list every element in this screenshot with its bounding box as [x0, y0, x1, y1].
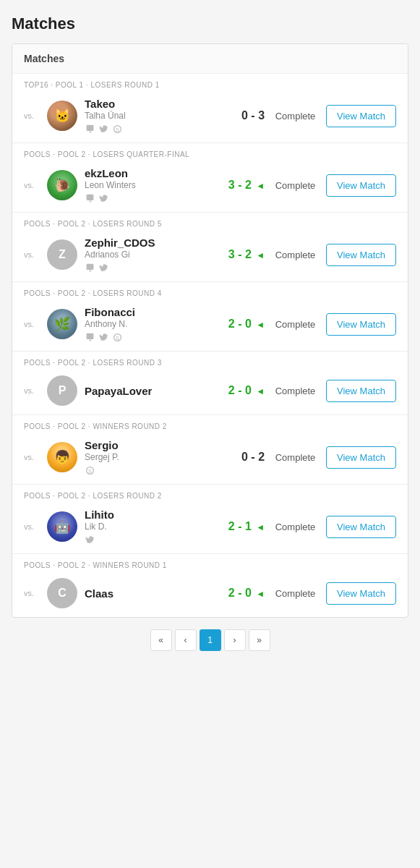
player-name: ekzLeon	[85, 167, 221, 179]
view-match-button[interactable]: View Match	[326, 244, 396, 266]
twitter-icon[interactable]	[85, 535, 95, 545]
round-label: POOLS · POOL 2 · LOSERS QUARTER-FINAL	[12, 143, 408, 161]
match-status: Complete	[272, 250, 319, 260]
pagination: « ‹ 1 › »	[12, 618, 408, 657]
social-icons	[85, 535, 221, 545]
match-item: TOP16 · POOL 1 · LOSERS ROUND 1vs.🐱Takeo…	[12, 74, 408, 143]
social-icons	[85, 263, 221, 273]
round-label: POOLS · POOL 2 · LOSERS ROUND 5	[12, 213, 408, 231]
social-icons	[85, 193, 221, 203]
pagination-last[interactable]: »	[249, 629, 270, 651]
svg-text:S: S	[116, 126, 119, 132]
avatar: 🌿	[47, 309, 77, 339]
score-arrow: ◄	[254, 181, 265, 191]
vs-label: vs.	[24, 386, 40, 395]
player-name: PapayaLover	[85, 385, 221, 397]
vs-label: vs.	[24, 453, 40, 461]
player-name: Fibonacci	[85, 306, 221, 318]
score-arrow: ◄	[254, 320, 265, 330]
twitter-icon[interactable]	[98, 263, 108, 273]
avatar: 🐌	[47, 170, 77, 200]
player-name: Zephir_CDOS	[85, 237, 221, 249]
matches-card: Matches TOP16 · POOL 1 · LOSERS ROUND 1v…	[12, 43, 408, 618]
match-score: 3 - 2 ◄	[228, 179, 265, 192]
svg-rect-8	[86, 333, 93, 339]
player-real-name: Lik D.	[85, 522, 221, 532]
svg-rect-6	[86, 263, 93, 269]
smashgg-icon[interactable]: S	[85, 465, 95, 475]
smashgg-icon[interactable]: S	[112, 124, 122, 134]
player-real-name: Adrianos Gi	[85, 250, 221, 260]
match-status: Complete	[272, 588, 319, 599]
view-match-button[interactable]: View Match	[326, 313, 396, 336]
match-status: Complete	[272, 452, 319, 463]
view-match-button[interactable]: View Match	[326, 380, 396, 402]
view-match-button[interactable]: View Match	[326, 446, 396, 469]
player-info: PapayaLover	[85, 385, 221, 397]
view-match-button[interactable]: View Match	[326, 174, 396, 197]
match-score: 3 - 2 ◄	[228, 248, 265, 261]
avatar: Z	[47, 239, 77, 270]
avatar: 🤖	[47, 511, 77, 542]
player-real-name: Talha Ünal	[85, 111, 221, 121]
twitter-icon[interactable]	[98, 332, 108, 342]
social-icons: S	[85, 465, 221, 475]
twitch-icon[interactable]	[85, 263, 95, 273]
player-info: SergioSergej P.S	[85, 439, 221, 475]
score-arrow: ◄	[254, 386, 265, 396]
player-info: Claas	[85, 587, 221, 600]
twitch-icon[interactable]	[85, 193, 95, 203]
social-icons: S	[85, 332, 221, 342]
vs-label: vs.	[24, 111, 40, 120]
pagination-first[interactable]: «	[150, 629, 172, 651]
score-arrow: ◄	[254, 250, 265, 260]
score-arrow: ◄	[254, 522, 265, 532]
avatar: 👦	[47, 442, 77, 472]
svg-rect-0	[86, 124, 93, 130]
view-match-button[interactable]: View Match	[326, 582, 396, 605]
match-status: Complete	[272, 319, 319, 330]
player-name: Lihito	[85, 509, 221, 521]
match-score: 2 - 1 ◄	[228, 520, 265, 533]
vs-label: vs.	[24, 589, 40, 597]
smashgg-icon[interactable]: S	[112, 332, 122, 342]
player-real-name: Anthony N.	[85, 319, 221, 329]
svg-text:S: S	[88, 467, 92, 474]
pagination-next[interactable]: ›	[224, 629, 246, 651]
match-item: POOLS · POOL 2 · LOSERS ROUND 2vs.🤖Lihit…	[12, 485, 408, 554]
pagination-prev[interactable]: ‹	[175, 629, 197, 651]
twitter-icon[interactable]	[98, 124, 108, 134]
page-container: Matches Matches TOP16 · POOL 1 · LOSERS …	[0, 0, 420, 671]
page-title: Matches	[12, 14, 408, 33]
match-item: POOLS · POOL 2 · LOSERS ROUND 5vs.ZZephi…	[12, 213, 408, 282]
match-item: POOLS · POOL 2 · LOSERS ROUND 4vs.🌿Fibon…	[12, 282, 408, 352]
match-status: Complete	[272, 180, 319, 191]
view-match-button[interactable]: View Match	[326, 516, 396, 538]
svg-marker-9	[88, 339, 90, 341]
player-real-name: Sergej P.	[85, 452, 221, 462]
round-label: POOLS · POOL 2 · LOSERS ROUND 4	[12, 282, 408, 300]
twitch-icon[interactable]	[85, 124, 95, 134]
svg-marker-7	[88, 270, 90, 271]
match-item: POOLS · POOL 2 · LOSERS QUARTER-FINALvs.…	[12, 143, 408, 213]
match-score: 0 - 2	[228, 451, 265, 464]
round-label: POOLS · POOL 2 · LOSERS ROUND 2	[12, 485, 408, 503]
pagination-current[interactable]: 1	[200, 629, 221, 651]
avatar: 🐱	[47, 101, 77, 131]
vs-label: vs.	[24, 250, 40, 259]
match-score: 2 - 0 ◄	[228, 587, 265, 600]
svg-text:S: S	[116, 334, 119, 341]
matches-list: TOP16 · POOL 1 · LOSERS ROUND 1vs.🐱Takeo…	[12, 74, 408, 617]
vs-label: vs.	[24, 320, 40, 328]
player-name: Sergio	[85, 439, 221, 451]
twitter-icon[interactable]	[98, 193, 108, 203]
twitch-icon[interactable]	[85, 332, 95, 342]
score-arrow: ◄	[254, 589, 265, 599]
view-match-button[interactable]: View Match	[326, 105, 396, 127]
social-icons: S	[85, 124, 221, 134]
player-info: TakeoTalha ÜnalS	[85, 98, 221, 134]
svg-marker-5	[88, 200, 90, 202]
player-name: Takeo	[85, 98, 221, 110]
round-label: TOP16 · POOL 1 · LOSERS ROUND 1	[12, 74, 408, 92]
round-label: POOLS · POOL 2 · WINNERS ROUND 1	[12, 554, 408, 572]
